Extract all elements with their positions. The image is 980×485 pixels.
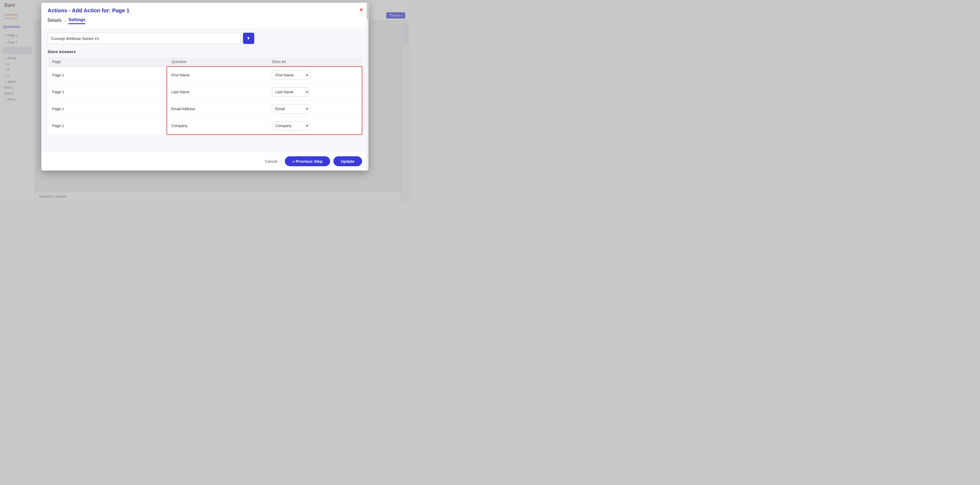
modal-header: Actions - Add Action for: Page 1 × — [41, 3, 369, 14]
table-header-row: Page Question Store As — [48, 57, 362, 67]
store-answers-label: Store Answers — [48, 49, 362, 54]
modal-footer: Cancel « Previous Step Update — [41, 152, 369, 170]
close-button[interactable]: × — [360, 7, 363, 13]
cell-question-2: Email Address — [167, 100, 268, 118]
modal-scrollbar[interactable] — [366, 3, 369, 170]
series-input[interactable] — [48, 33, 241, 44]
breadcrumb-settings[interactable]: Settings — [68, 17, 85, 24]
breadcrumb-details[interactable]: Details — [48, 18, 62, 24]
breadcrumb: Details › Settings — [41, 17, 369, 24]
answers-table: Page Question Store As Page 1First NameF… — [48, 57, 362, 134]
col-header-question: Question — [167, 57, 268, 67]
cell-page-1: Page 1 — [48, 84, 167, 100]
store-select-0[interactable]: First NameLast NameEmailCompanyPhoneAddr… — [272, 70, 310, 80]
modal-overlay: Actions - Add Action for: Page 1 × Detai… — [0, 0, 410, 203]
modal-body: ▼ Store Answers Page Question Store As — [41, 29, 369, 152]
cell-question-3: Company — [167, 118, 268, 134]
chevron-down-icon: ▼ — [247, 36, 251, 41]
store-select-1[interactable]: First NameLast NameEmailCompanyPhoneAddr… — [272, 87, 310, 97]
cell-store-2[interactable]: First NameLast NameEmailCompanyPhoneAddr… — [268, 100, 362, 118]
update-button[interactable]: Update — [333, 156, 362, 166]
previous-step-button[interactable]: « Previous Step — [285, 156, 330, 166]
cell-store-1[interactable]: First NameLast NameEmailCompanyPhoneAddr… — [268, 84, 362, 100]
answers-table-container: Page Question Store As Page 1First NameF… — [48, 57, 362, 134]
cell-page-2: Page 1 — [48, 100, 167, 118]
scrollbar-thumb — [367, 3, 368, 19]
table-row: Page 1First NameFirst NameLast NameEmail… — [48, 67, 362, 84]
series-selector-row: ▼ — [48, 33, 362, 44]
table-row: Page 1Last NameFirst NameLast NameEmailC… — [48, 84, 362, 100]
col-header-store-as: Store As — [268, 57, 362, 67]
cell-page-0: Page 1 — [48, 67, 167, 84]
series-dropdown-button[interactable]: ▼ — [243, 33, 254, 44]
cell-question-0: First Name — [167, 67, 268, 84]
breadcrumb-separator: › — [64, 19, 66, 23]
table-row: Page 1Email AddressFirst NameLast NameEm… — [48, 100, 362, 118]
modal-title: Actions - Add Action for: Page 1 — [48, 8, 362, 14]
col-header-page: Page — [48, 57, 167, 67]
cancel-button[interactable]: Cancel — [261, 157, 282, 166]
modal-dialog: Actions - Add Action for: Page 1 × Detai… — [41, 3, 369, 170]
cell-store-0[interactable]: First NameLast NameEmailCompanyPhoneAddr… — [268, 67, 362, 84]
cell-question-1: Last Name — [167, 84, 268, 100]
cell-page-3: Page 1 — [48, 118, 167, 134]
table-row: Page 1CompanyFirst NameLast NameEmailCom… — [48, 118, 362, 134]
store-select-2[interactable]: First NameLast NameEmailCompanyPhoneAddr… — [272, 104, 310, 113]
store-select-3[interactable]: First NameLast NameEmailCompanyPhoneAddr… — [272, 121, 310, 130]
cell-store-3[interactable]: First NameLast NameEmailCompanyPhoneAddr… — [268, 118, 362, 134]
